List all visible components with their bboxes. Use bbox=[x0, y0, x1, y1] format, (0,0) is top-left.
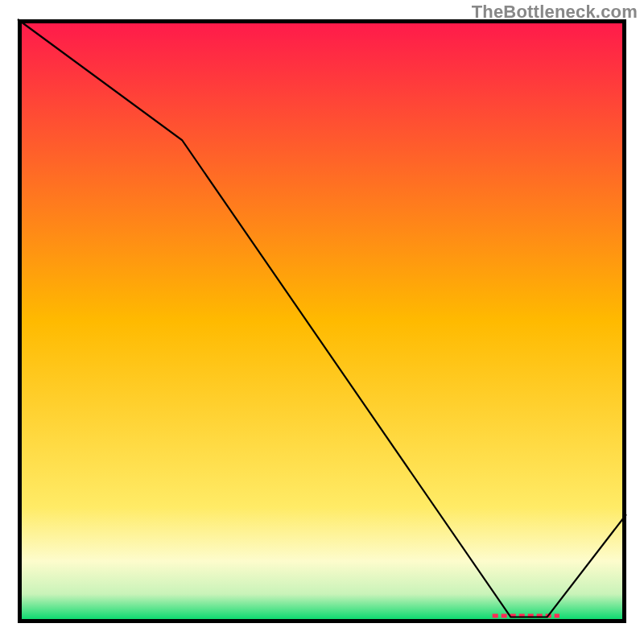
svg-rect-7 bbox=[555, 614, 559, 618]
svg-rect-0 bbox=[493, 614, 498, 618]
svg-rect-1 bbox=[502, 614, 507, 618]
bottleneck-chart bbox=[0, 0, 644, 644]
plot-background bbox=[20, 22, 625, 621]
watermark-text: TheBottleneck.com bbox=[472, 2, 638, 23]
